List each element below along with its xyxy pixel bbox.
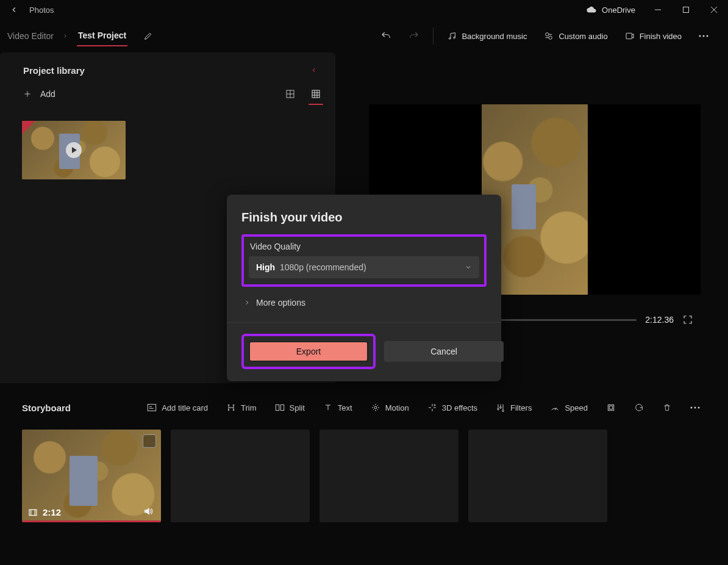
quality-detail: 1080p (recommended) (280, 262, 366, 272)
finish-video-dialog: Finish your video Video Quality High 108… (227, 195, 501, 381)
chevron-down-icon (465, 264, 472, 271)
highlight-annotation: Export (241, 334, 376, 369)
export-button[interactable]: Export (249, 341, 368, 362)
modal-overlay: Finish your video Video Quality High 108… (0, 0, 728, 565)
video-quality-select[interactable]: High 1080p (recommended) (249, 256, 479, 278)
cancel-button[interactable]: Cancel (384, 341, 504, 362)
chevron-right-icon (244, 299, 250, 306)
quality-strong: High (256, 262, 275, 272)
highlight-annotation: Video Quality High 1080p (recommended) (241, 234, 487, 287)
more-options-label: More options (256, 298, 305, 308)
more-options-toggle[interactable]: More options (244, 298, 484, 308)
video-quality-label: Video Quality (250, 242, 478, 251)
dialog-title: Finish your video (241, 211, 487, 225)
